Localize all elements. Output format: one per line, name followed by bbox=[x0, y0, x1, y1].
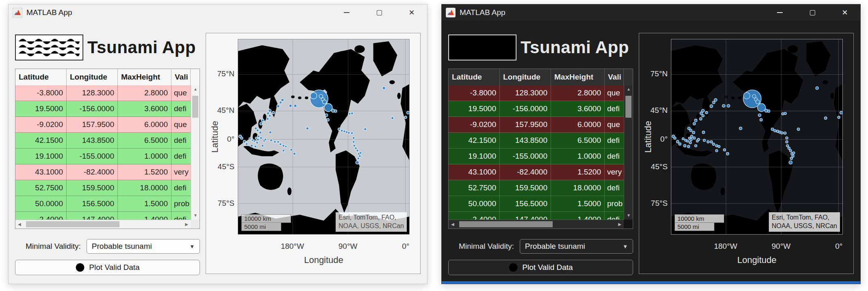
cell-maxheight[interactable]: 18.0000 bbox=[551, 180, 605, 196]
table-row[interactable]: 42.1500143.85006.5000defi bbox=[15, 133, 191, 149]
cell-validity[interactable]: defi bbox=[171, 149, 191, 164]
cell-validity[interactable]: defi bbox=[171, 133, 191, 148]
validity-dropdown[interactable]: Probable tsunami ▼ bbox=[87, 239, 200, 254]
cell-latitude[interactable]: -3.8000 bbox=[449, 85, 500, 101]
column-header-validity[interactable]: Vali bbox=[171, 69, 191, 85]
table-row[interactable]: 52.7500159.500018.0000defi bbox=[15, 180, 191, 196]
cell-longitude[interactable]: -155.0000 bbox=[500, 149, 551, 164]
vertical-scroll-thumb[interactable] bbox=[192, 96, 198, 118]
cell-latitude[interactable]: 42.1500 bbox=[15, 133, 67, 148]
plot-valid-data-button[interactable]: Plot Valid Data bbox=[15, 260, 200, 275]
titlebar[interactable]: MATLAB App ✕ bbox=[442, 4, 860, 21]
cell-maxheight[interactable]: 6.5000 bbox=[118, 133, 171, 148]
minimize-button[interactable] bbox=[774, 7, 786, 18]
cell-validity[interactable]: que bbox=[605, 117, 624, 132]
scroll-down-icon[interactable]: ▼ bbox=[193, 213, 197, 218]
cell-latitude[interactable]: 42.1500 bbox=[449, 133, 500, 148]
cell-latitude[interactable]: 43.1000 bbox=[15, 164, 67, 180]
cell-validity[interactable]: defi bbox=[605, 149, 624, 164]
cell-latitude[interactable]: 52.7500 bbox=[15, 180, 67, 196]
cell-maxheight[interactable]: 1.5000 bbox=[118, 196, 171, 211]
column-header-longitude[interactable]: Longitude bbox=[67, 69, 118, 85]
cell-maxheight[interactable]: 1.5200 bbox=[551, 164, 605, 180]
cell-validity[interactable]: very bbox=[171, 164, 191, 180]
cell-validity[interactable]: defi bbox=[171, 180, 191, 196]
cell-latitude[interactable]: -3.8000 bbox=[15, 85, 67, 101]
cell-longitude[interactable]: -82.4000 bbox=[67, 164, 118, 180]
cell-longitude[interactable]: 157.9500 bbox=[67, 117, 118, 132]
cell-latitude[interactable]: 19.1000 bbox=[15, 149, 67, 164]
cell-maxheight[interactable]: 1.0000 bbox=[551, 149, 605, 164]
table-row[interactable]: -2.4000147.40001.4000defi bbox=[15, 212, 191, 220]
vertical-scrollbar[interactable]: ▲ ▼ bbox=[624, 85, 633, 220]
cell-maxheight[interactable]: 3.6000 bbox=[118, 101, 171, 116]
cell-maxheight[interactable]: 1.0000 bbox=[118, 149, 171, 164]
horizontal-scrollbar[interactable]: ◀ ▶ bbox=[449, 220, 624, 228]
table-row[interactable]: 43.1000-82.40001.5200very bbox=[449, 164, 624, 180]
geo-map[interactable]: 10000 km 5000 mi Esri, TomTom, FAO, NOAA… bbox=[671, 39, 843, 235]
column-header-validity[interactable]: Vali bbox=[605, 69, 624, 85]
cell-validity[interactable]: very bbox=[605, 164, 624, 180]
cell-validity[interactable]: que bbox=[605, 85, 624, 101]
table-row[interactable]: -9.0200157.95006.0000que bbox=[449, 117, 624, 133]
scroll-up-icon[interactable]: ▲ bbox=[627, 87, 631, 91]
table-row[interactable]: 19.5000-156.00003.6000defi bbox=[15, 101, 191, 117]
validity-dropdown[interactable]: Probable tsunami ▼ bbox=[520, 239, 633, 254]
table-row[interactable]: 42.1500143.85006.5000defi bbox=[449, 133, 624, 149]
scroll-left-icon[interactable]: ◀ bbox=[18, 222, 21, 226]
scroll-left-icon[interactable]: ◀ bbox=[451, 222, 454, 226]
table-row[interactable]: -2.4000147.40001.4000defi bbox=[449, 212, 624, 220]
table-row[interactable]: -3.8000128.30002.8000que bbox=[449, 85, 624, 101]
table-row[interactable]: -3.8000128.30002.8000que bbox=[15, 85, 191, 101]
cell-latitude[interactable]: 19.1000 bbox=[449, 149, 500, 164]
cell-longitude[interactable]: 147.4000 bbox=[67, 212, 118, 220]
cell-validity[interactable]: defi bbox=[605, 212, 624, 220]
cell-latitude[interactable]: 52.7500 bbox=[449, 180, 500, 196]
cell-maxheight[interactable]: 2.8000 bbox=[118, 85, 171, 101]
cell-latitude[interactable]: -9.0200 bbox=[15, 117, 67, 132]
cell-validity[interactable]: defi bbox=[605, 133, 624, 148]
maximize-button[interactable] bbox=[807, 7, 818, 18]
cell-maxheight[interactable]: 6.5000 bbox=[551, 133, 605, 148]
cell-validity[interactable]: defi bbox=[171, 101, 191, 116]
cell-latitude[interactable]: -9.0200 bbox=[449, 117, 500, 132]
column-header-maxheight[interactable]: MaxHeight bbox=[551, 69, 605, 85]
cell-longitude[interactable]: 159.5000 bbox=[67, 180, 118, 196]
horizontal-scroll-thumb[interactable] bbox=[26, 221, 119, 227]
cell-maxheight[interactable]: 6.0000 bbox=[118, 117, 171, 132]
cell-longitude[interactable]: 157.9500 bbox=[500, 117, 551, 132]
cell-validity[interactable]: defi bbox=[605, 180, 624, 196]
table-row[interactable]: 19.1000-155.00001.0000defi bbox=[449, 149, 624, 164]
cell-validity[interactable]: que bbox=[171, 85, 191, 101]
cell-maxheight[interactable]: 18.0000 bbox=[118, 180, 171, 196]
cell-latitude[interactable]: -2.4000 bbox=[449, 212, 500, 220]
horizontal-scroll-thumb[interactable] bbox=[459, 221, 553, 227]
cell-longitude[interactable]: 143.8500 bbox=[500, 133, 551, 148]
scroll-right-icon[interactable]: ▶ bbox=[618, 222, 621, 226]
cell-validity[interactable]: prob bbox=[605, 196, 624, 211]
cell-latitude[interactable]: 43.1000 bbox=[449, 164, 500, 180]
cell-longitude[interactable]: 156.5000 bbox=[500, 196, 551, 211]
cell-latitude[interactable]: 19.5000 bbox=[449, 101, 500, 116]
scroll-down-icon[interactable]: ▼ bbox=[627, 213, 631, 218]
cell-longitude[interactable]: 156.5000 bbox=[67, 196, 118, 211]
cell-longitude[interactable]: 128.3000 bbox=[67, 85, 118, 101]
cell-latitude[interactable]: 50.0000 bbox=[15, 196, 67, 211]
cell-longitude[interactable]: -156.0000 bbox=[67, 101, 118, 116]
table-row[interactable]: 19.5000-156.00003.6000defi bbox=[449, 101, 624, 117]
cell-maxheight[interactable]: 6.0000 bbox=[551, 117, 605, 132]
cell-latitude[interactable]: -2.4000 bbox=[15, 212, 67, 220]
vertical-scrollbar[interactable]: ▲ ▼ bbox=[191, 85, 200, 220]
cell-validity[interactable]: defi bbox=[605, 101, 624, 116]
close-button[interactable]: ✕ bbox=[406, 7, 417, 18]
cell-validity[interactable]: que bbox=[171, 117, 191, 132]
cell-longitude[interactable]: 143.8500 bbox=[67, 133, 118, 148]
titlebar[interactable]: MATLAB App ✕ bbox=[9, 4, 427, 21]
cell-maxheight[interactable]: 1.4000 bbox=[551, 212, 605, 220]
close-button[interactable]: ✕ bbox=[839, 7, 851, 18]
cell-maxheight[interactable]: 3.6000 bbox=[551, 101, 605, 116]
cell-latitude[interactable]: 19.5000 bbox=[15, 101, 67, 116]
minimize-button[interactable] bbox=[341, 7, 352, 18]
cell-longitude[interactable]: -156.0000 bbox=[500, 101, 551, 116]
table-row[interactable]: 19.1000-155.00001.0000defi bbox=[15, 149, 191, 164]
